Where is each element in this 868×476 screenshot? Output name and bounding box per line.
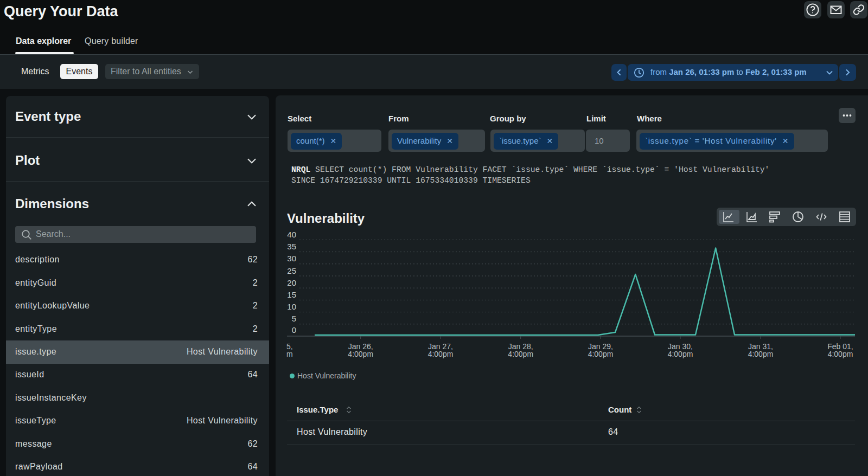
svg-text:4:00pm: 4:00pm <box>668 350 693 358</box>
svg-text:10: 10 <box>287 302 296 311</box>
svg-text:15: 15 <box>287 290 296 299</box>
svg-text:5: 5 <box>292 314 296 323</box>
svg-text:4:00pm: 4:00pm <box>588 350 614 358</box>
svg-text:4:00pm: 4:00pm <box>748 350 774 358</box>
svg-text:4:00pm: 4:00pm <box>428 350 454 358</box>
svg-text:4:00pm: 4:00pm <box>348 350 373 358</box>
svg-text:25: 25 <box>287 266 296 275</box>
svg-text:20: 20 <box>287 278 296 287</box>
svg-text:m: m <box>286 350 293 358</box>
svg-text:30: 30 <box>287 254 296 263</box>
svg-text:4:00pm: 4:00pm <box>828 350 853 358</box>
svg-text:35: 35 <box>287 242 296 251</box>
svg-text:4:00pm: 4:00pm <box>508 350 533 358</box>
svg-text:40: 40 <box>287 230 296 239</box>
svg-text:0: 0 <box>292 325 296 335</box>
